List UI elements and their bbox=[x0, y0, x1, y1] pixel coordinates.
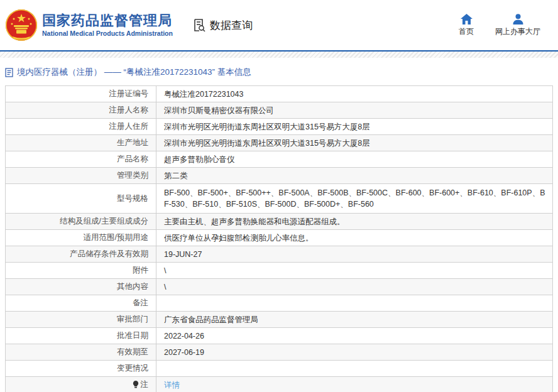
nav-label-service-hall: 网上办事大厅 bbox=[495, 26, 540, 37]
data-query-tab[interactable]: 数据查询 bbox=[192, 18, 253, 33]
table-row: 其他内容\ bbox=[6, 279, 553, 295]
table-row: 产品名称超声多普勒胎心音仪 bbox=[6, 151, 553, 168]
table-row: 生产地址深圳市光明区光明街道东周社区双明大道315号易方大厦8层 bbox=[6, 135, 553, 151]
row-label: 注册证编号 bbox=[6, 86, 156, 102]
table-row: 附件\ bbox=[6, 263, 553, 279]
row-label: 适用范围/预期用途 bbox=[6, 230, 156, 246]
row-value: 广东省食品药品监督管理局 bbox=[156, 312, 553, 328]
table-row: 审批部门广东省食品药品监督管理局 bbox=[6, 312, 553, 328]
row-value: 超声多普勒胎心音仪 bbox=[156, 151, 553, 168]
table-row: 批准日期2022-04-26 bbox=[6, 328, 553, 344]
row-value bbox=[156, 361, 553, 377]
page-header: 国家药品监督管理局 National Medical Products Admi… bbox=[0, 0, 558, 52]
row-value: 粤械注准20172231043 bbox=[156, 86, 553, 102]
row-label: 结构及组成/主要组成成分 bbox=[6, 214, 156, 230]
row-value: 详情 bbox=[156, 377, 553, 392]
nav-label-home: 首页 bbox=[459, 26, 474, 37]
row-value: \ bbox=[156, 263, 553, 279]
row-label: 注册人住所 bbox=[6, 119, 156, 135]
row-value bbox=[156, 295, 553, 312]
row-value: BF-500、BF-500+、BF-500++、BF-500A、BF-500B、… bbox=[156, 184, 553, 214]
row-value: 深圳市光明区光明街道东周社区双明大道315号易方大厦8层 bbox=[156, 135, 553, 151]
table-row: 变更情况 bbox=[6, 361, 553, 377]
row-value: 第二类 bbox=[156, 168, 553, 184]
table-row: 注详情 bbox=[6, 377, 553, 392]
header-nav: 首页 网上办事大厅 bbox=[459, 14, 540, 37]
row-value: \ bbox=[156, 279, 553, 295]
home-icon bbox=[461, 14, 473, 24]
row-value: 深圳市光明区光明街道东周社区双明大道315号易方大厦8层 bbox=[156, 119, 553, 135]
site-subtitle: National Medical Products Administration bbox=[42, 29, 173, 38]
data-query-label: 数据查询 bbox=[210, 18, 253, 33]
bulb-icon bbox=[133, 381, 139, 390]
row-label: 其他内容 bbox=[6, 279, 156, 295]
row-label: 生产地址 bbox=[6, 135, 156, 151]
nav-item-home[interactable]: 首页 bbox=[459, 14, 474, 37]
table-row: 注册人名称深圳市贝斯曼精密仪器有限公司 bbox=[6, 102, 553, 119]
table-row: 管理类别第二类 bbox=[6, 168, 553, 184]
row-label: 附件 bbox=[6, 263, 156, 279]
table-row: 注册人住所深圳市光明区光明街道东周社区双明大道315号易方大厦8层 bbox=[6, 119, 553, 135]
row-label: 注册人名称 bbox=[6, 102, 156, 119]
table-row: 有效期至2027-06-19 bbox=[6, 344, 553, 361]
row-label: 备注 bbox=[6, 295, 156, 312]
table-row: 适用范围/预期用途供医疗单位从孕妇腹部检测胎儿心率信息。 bbox=[6, 230, 553, 246]
row-label: 型号规格 bbox=[6, 184, 156, 214]
breadcrumb: 境内医疗器械（注册） —— “粤械注准20172231043” 基本信息 bbox=[0, 58, 558, 85]
nav-item-service-hall[interactable]: 网上办事大厅 bbox=[495, 14, 540, 37]
detail-link[interactable]: 详情 bbox=[164, 381, 180, 389]
table-row: 注册证编号粤械注准20172231043 bbox=[6, 86, 553, 102]
row-value: 深圳市贝斯曼精密仪器有限公司 bbox=[156, 102, 553, 119]
site-title: 国家药品监督管理局 bbox=[42, 13, 173, 29]
row-label: 批准日期 bbox=[6, 328, 156, 344]
document-icon bbox=[5, 68, 13, 77]
table-row: 产品储存条件及有效期19-JUN-27 bbox=[6, 246, 553, 263]
national-emblem-icon bbox=[5, 9, 38, 41]
row-value: 供医疗单位从孕妇腹部检测胎儿心率信息。 bbox=[156, 230, 553, 246]
row-label: 产品名称 bbox=[6, 151, 156, 168]
row-label: 有效期至 bbox=[6, 344, 156, 361]
row-label: 产品储存条件及有效期 bbox=[6, 246, 156, 263]
person-icon bbox=[513, 14, 523, 24]
table-row: 结构及组成/主要组成成分主要由主机、超声多普勒换能器和电源适配器组成。 bbox=[6, 214, 553, 230]
row-value: 19-JUN-27 bbox=[156, 246, 553, 263]
row-value: 主要由主机、超声多普勒换能器和电源适配器组成。 bbox=[156, 214, 553, 230]
striped-divider bbox=[0, 52, 558, 58]
table-row: 备注 bbox=[6, 295, 553, 312]
row-value: 2022-04-26 bbox=[156, 328, 553, 344]
breadcrumb-text: 境内医疗器械（注册） —— “粤械注准20172231043” 基本信息 bbox=[17, 67, 251, 78]
row-label: 审批部门 bbox=[6, 312, 156, 328]
brand-block: 国家药品监督管理局 National Medical Products Admi… bbox=[42, 13, 173, 38]
registration-info-table: 注册证编号粤械注准20172231043注册人名称深圳市贝斯曼精密仪器有限公司注… bbox=[5, 85, 553, 392]
row-label: 注 bbox=[6, 377, 156, 392]
row-label: 变更情况 bbox=[6, 361, 156, 377]
info-table-body: 注册证编号粤械注准20172231043注册人名称深圳市贝斯曼精密仪器有限公司注… bbox=[6, 86, 553, 392]
document-search-icon bbox=[192, 18, 207, 33]
table-row: 型号规格BF-500、BF-500+、BF-500++、BF-500A、BF-5… bbox=[6, 184, 553, 214]
row-value: 2027-06-19 bbox=[156, 344, 553, 361]
row-label: 管理类别 bbox=[6, 168, 156, 184]
